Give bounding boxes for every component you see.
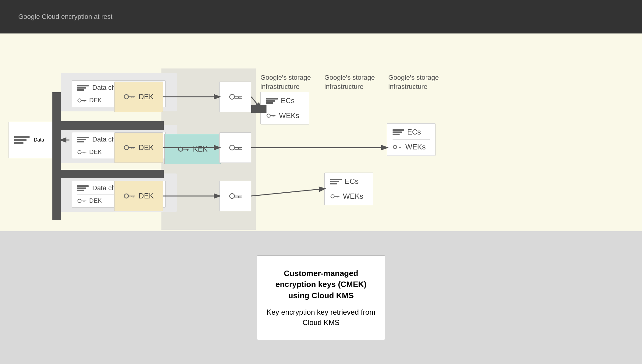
ecs-label-3: ECs	[345, 177, 358, 186]
storage-group-1: ECs WEKs	[260, 92, 309, 124]
chunk-dek-label-3: DEK	[89, 197, 102, 204]
svg-point-11	[78, 150, 81, 154]
svg-point-40	[230, 145, 235, 150]
enc-key-box-2	[219, 132, 251, 163]
connector-bar-mid	[53, 170, 164, 178]
kek-box: KEK	[164, 134, 221, 164]
storage-label-2: Google's storageinfrastructure	[324, 73, 375, 91]
dek-box-1: DEK	[114, 82, 163, 112]
connector-bar-top	[53, 121, 164, 130]
svg-point-35	[230, 94, 235, 99]
storage-label-3: Google's storageinfrastructure	[388, 73, 439, 91]
legend-description: Key encryption key retrieved from Cloud …	[266, 307, 376, 327]
top-bar: Google Cloud encryption at rest	[0, 0, 642, 33]
svg-line-6	[251, 189, 324, 196]
top-bar-text: Google Cloud encryption at rest	[18, 12, 112, 22]
weks-label-3: WEKs	[343, 192, 363, 201]
svg-point-27	[124, 194, 129, 198]
weks-label-1: WEKs	[279, 111, 299, 120]
enc-key-box-1	[219, 82, 251, 112]
svg-point-7	[78, 99, 81, 102]
chunk-dek-label-1: DEK	[89, 97, 102, 104]
chunk-icon-3	[77, 185, 89, 191]
storage-row-weks-1: WEKs	[266, 108, 303, 120]
svg-point-54	[393, 145, 397, 149]
storage-row-weks-2: WEKs	[393, 139, 430, 151]
svg-point-15	[78, 199, 81, 202]
legend-title: Customer-managed encryption keys (CMEK) …	[266, 268, 376, 301]
storage-row-weks-3: WEKs	[330, 189, 367, 201]
dek-label-2: DEK	[139, 143, 153, 152]
main-vertical-bar	[52, 92, 61, 220]
legend-box: Customer-managed encryption keys (CMEK) …	[257, 255, 385, 340]
storage-group-3: ECs WEKs	[324, 173, 373, 205]
svg-point-19	[124, 95, 129, 99]
chunk-icon-1	[77, 85, 89, 91]
dek-label-1: DEK	[139, 93, 153, 101]
ecs-label-2: ECs	[407, 128, 421, 136]
ecs-label-1: ECs	[281, 96, 295, 105]
dek-box-3: DEK	[114, 181, 163, 211]
weks-label-2: WEKs	[405, 143, 426, 151]
storage-group-2: ECs WEKs	[387, 123, 436, 156]
bottom-area: Customer-managed encryption keys (CMEK) …	[0, 231, 642, 364]
svg-point-50	[267, 114, 270, 117]
data-icon	[14, 136, 30, 144]
ecs-icon-2	[393, 129, 404, 135]
svg-point-23	[124, 145, 129, 150]
storage-row-ecs-1: ECs	[266, 96, 303, 105]
enc-key-box-3	[219, 181, 251, 211]
ecs-icon-1	[266, 98, 278, 104]
dek-label-3: DEK	[139, 192, 153, 200]
svg-point-31	[178, 147, 183, 151]
storage-row-ecs-2: ECs	[393, 128, 430, 136]
data-label: Data	[34, 137, 44, 143]
diagram-area: Data Data chunk DEK Data chunk	[0, 33, 642, 231]
storage-row-ecs-3: ECs	[330, 177, 367, 186]
kek-label: KEK	[193, 145, 207, 153]
storage-label-1: Google's storageinfrastructure	[260, 73, 311, 91]
dek-box-2: DEK	[114, 132, 163, 163]
arrow-bar-1	[251, 105, 266, 113]
ecs-icon-3	[330, 179, 342, 184]
svg-point-58	[331, 194, 334, 198]
chunk-icon-2	[77, 137, 89, 142]
svg-point-45	[230, 194, 235, 198]
chunk-dek-label-2: DEK	[89, 149, 102, 156]
